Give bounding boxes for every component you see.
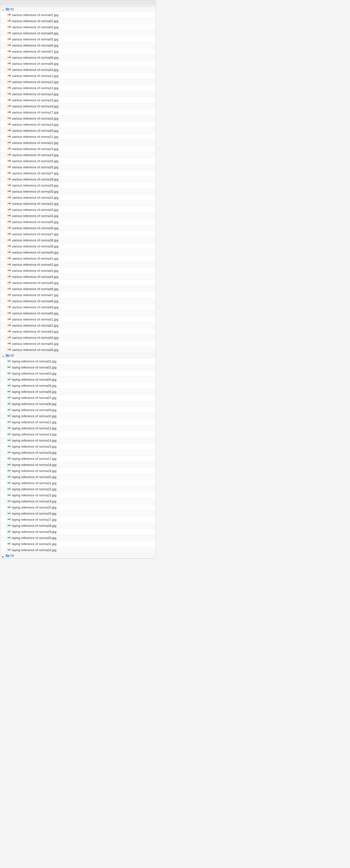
list-item[interactable]: various reference of norma07.jpg [0,49,156,55]
list-item[interactable]: laying reference of norma31.jpg [0,541,156,547]
list-item[interactable]: various reference of norma51.jpg [0,316,156,322]
list-item[interactable]: various reference of norma01.jpg [0,12,156,18]
list-item[interactable]: laying reference of norma21.jpg [0,480,156,486]
list-item[interactable]: laying reference of norma07.jpg [0,395,156,401]
list-item[interactable]: various reference of norma24.jpg [0,152,156,158]
list-item[interactable]: laying reference of norma16.jpg [0,450,156,456]
list-item[interactable]: laying reference of norma30.jpg [0,535,156,541]
list-item[interactable]: various reference of norma56.jpg [0,347,156,353]
list-item[interactable]: laying reference of norma24.jpg [0,498,156,504]
list-item[interactable]: laying reference of norma15.jpg [0,443,156,450]
list-item[interactable]: various reference of norma21.jpg [0,134,156,140]
file-icon [7,365,11,369]
list-item[interactable]: various reference of norma23.jpg [0,146,156,152]
expand-toggle-01[interactable] [2,8,5,10]
list-item[interactable]: various reference of norma27.jpg [0,170,156,176]
list-item[interactable]: various reference of norma48.jpg [0,298,156,304]
list-item[interactable]: laying reference of norma23.jpg [0,492,156,498]
list-item[interactable]: various reference of norma28.jpg [0,176,156,182]
list-item[interactable]: laying reference of norma17.jpg [0,456,156,462]
list-item[interactable]: laying reference of norma27.jpg [0,517,156,523]
expand-toggle-03[interactable] [2,555,5,557]
expand-toggle-02[interactable] [2,354,5,357]
list-item[interactable]: various reference of norma55.jpg [0,341,156,347]
list-item[interactable]: various reference of norma46.jpg [0,286,156,292]
list-item[interactable]: various reference of norma04.jpg [0,30,156,36]
list-item[interactable]: laying reference of norma32.jpg [0,547,156,553]
list-item[interactable]: various reference of norma12.jpg [0,79,156,85]
file-icon [7,444,11,448]
list-item[interactable]: various reference of norma09.jpg [0,61,156,67]
list-item[interactable]: various reference of norma14.jpg [0,91,156,97]
svg-rect-164 [7,179,9,180]
list-item[interactable]: various reference of norma03.jpg [0,24,156,30]
list-item[interactable]: various reference of norma06.jpg [0,42,156,49]
list-item[interactable]: various reference of norma29.jpg [0,182,156,188]
list-item[interactable]: laying reference of norma10.jpg [0,413,156,419]
list-item[interactable]: various reference of norma49.jpg [0,304,156,310]
folder-row-02[interactable]: 02 [0,353,156,358]
list-item[interactable]: various reference of norma50.jpg [0,310,156,316]
list-item[interactable]: various reference of norma17.jpg [0,110,156,116]
list-item[interactable]: laying reference of norma25.jpg [0,504,156,510]
list-item[interactable]: various reference of norma20.jpg [0,128,156,134]
list-item[interactable]: laying reference of norma11.jpg [0,419,156,425]
list-item[interactable]: various reference of norma25.jpg [0,158,156,164]
folder-row-03[interactable]: 03 [0,553,156,558]
list-item[interactable]: various reference of norma53.jpg [0,329,156,335]
list-item[interactable]: laying reference of norma03.jpg [0,370,156,376]
list-item[interactable]: laying reference of norma02.jpg [0,364,156,370]
folder-row-01[interactable]: 01 [0,7,156,12]
list-item[interactable]: various reference of norma39.jpg [0,243,156,249]
list-item[interactable]: laying reference of norma14.jpg [0,437,156,443]
list-item[interactable]: various reference of norma44.jpg [0,274,156,280]
list-item[interactable]: various reference of norma52.jpg [0,322,156,329]
list-item[interactable]: various reference of norma22.jpg [0,140,156,146]
file-icon [7,414,11,418]
list-item[interactable]: laying reference of norma28.jpg [0,523,156,529]
list-item[interactable]: various reference of norma15.jpg [0,97,156,103]
list-item[interactable]: various reference of norma37.jpg [0,231,156,237]
list-item[interactable]: various reference of norma10.jpg [0,67,156,73]
list-item[interactable]: various reference of norma41.jpg [0,255,156,261]
list-item[interactable]: laying reference of norma08.jpg [0,401,156,407]
list-item[interactable]: laying reference of norma22.jpg [0,486,156,492]
list-item[interactable]: various reference of norma08.jpg [0,55,156,61]
list-item[interactable]: various reference of norma47.jpg [0,292,156,298]
file-icon [7,171,11,175]
list-item[interactable]: laying reference of norma04.jpg [0,376,156,382]
list-item[interactable]: laying reference of norma29.jpg [0,529,156,535]
list-item[interactable]: various reference of norma33.jpg [0,207,156,213]
list-item[interactable]: various reference of norma40.jpg [0,249,156,255]
list-item[interactable]: various reference of norma19.jpg [0,122,156,128]
list-item[interactable]: various reference of norma26.jpg [0,164,156,170]
list-item[interactable]: laying reference of norma12.jpg [0,425,156,431]
list-item[interactable]: various reference of norma38.jpg [0,237,156,243]
list-item[interactable]: laying reference of norma20.jpg [0,474,156,480]
list-item[interactable]: various reference of norma42.jpg [0,261,156,268]
list-item[interactable]: various reference of norma11.jpg [0,73,156,79]
list-item[interactable]: various reference of norma05.jpg [0,36,156,42]
list-item[interactable]: various reference of norma32.jpg [0,201,156,207]
list-item[interactable]: various reference of norma35.jpg [0,219,156,225]
list-item[interactable]: laying reference of norma18.jpg [0,462,156,468]
list-item[interactable]: laying reference of norma13.jpg [0,431,156,437]
list-item[interactable]: various reference of norma13.jpg [0,85,156,91]
list-item[interactable]: various reference of norma30.jpg [0,188,156,195]
list-item[interactable]: various reference of norma54.jpg [0,335,156,341]
list-item[interactable]: various reference of norma43.jpg [0,268,156,274]
list-item[interactable]: various reference of norma02.jpg [0,18,156,24]
list-item[interactable]: laying reference of norma06.jpg [0,389,156,395]
file-name-label: laying reference of norma12.jpg [12,427,154,430]
list-item[interactable]: laying reference of norma19.jpg [0,468,156,474]
list-item[interactable]: laying reference of norma26.jpg [0,510,156,517]
list-item[interactable]: various reference of norma31.jpg [0,195,156,201]
list-item[interactable]: various reference of norma34.jpg [0,213,156,219]
list-item[interactable]: laying reference of norma01.jpg [0,358,156,364]
list-item[interactable]: various reference of norma18.jpg [0,116,156,122]
list-item[interactable]: various reference of norma45.jpg [0,280,156,286]
list-item[interactable]: various reference of norma16.jpg [0,103,156,110]
list-item[interactable]: various reference of norma36.jpg [0,225,156,231]
list-item[interactable]: laying reference of norma09.jpg [0,407,156,413]
list-item[interactable]: laying reference of norma05.jpg [0,382,156,389]
